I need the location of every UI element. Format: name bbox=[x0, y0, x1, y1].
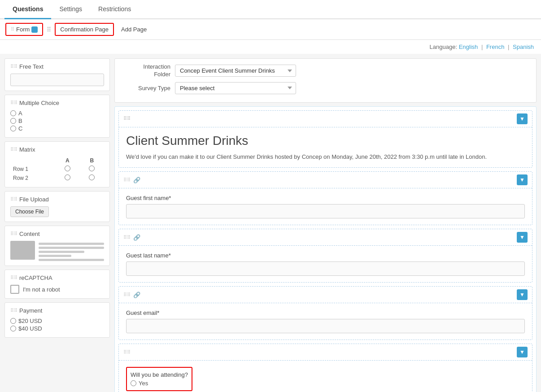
tab-confirmation[interactable]: Confirmation Page bbox=[55, 23, 114, 36]
attending-section: ⠿⠿ ▼ Will you be attending? Yes bbox=[118, 344, 532, 392]
content-line-4 bbox=[39, 255, 71, 257]
attending-yes-option: Yes bbox=[131, 380, 188, 387]
title-toggle-button[interactable]: ▼ bbox=[517, 113, 528, 124]
file-upload-title: ⠿⠿ File Upload bbox=[10, 196, 104, 203]
payment-radio-1[interactable] bbox=[10, 318, 16, 324]
recaptcha-box: I'm not a robot bbox=[10, 285, 104, 294]
mc-radio-c[interactable] bbox=[10, 126, 16, 131]
top-navigation: Questions Settings Restrictions bbox=[0, 0, 541, 19]
attending-question-label: Will you be attending? bbox=[131, 371, 188, 378]
content-line-1 bbox=[39, 243, 104, 245]
free-text-title: ⠿⠿ Free Text bbox=[10, 63, 104, 70]
language-bar: Language: English | French | Spanish bbox=[0, 40, 541, 54]
survey-type-row: Survey Type Please select bbox=[121, 82, 530, 94]
tab-separator: ⠿ bbox=[47, 26, 51, 33]
sidebar-recaptcha[interactable]: ⠿⠿ reCAPTCHA I'm not a robot bbox=[4, 270, 110, 299]
recaptcha-checkbox[interactable] bbox=[10, 285, 19, 294]
mc-option-c: C bbox=[10, 125, 104, 132]
attending-content: Will you be attending? Yes bbox=[119, 361, 532, 392]
email-link-icon: 🔗 bbox=[133, 292, 140, 298]
payment-title: ⠿⠿ Payment bbox=[10, 307, 104, 314]
first-name-section: ⠿⠿ 🔗 ▼ Guest first name* bbox=[118, 171, 532, 225]
mc-radio-a[interactable] bbox=[10, 110, 16, 116]
first-name-content: Guest first name* bbox=[119, 188, 532, 225]
tab-settings[interactable]: Settings bbox=[51, 0, 90, 19]
matrix-r1b[interactable] bbox=[89, 166, 95, 171]
free-text-input[interactable] bbox=[10, 74, 104, 86]
form-canvas: ⠿⠿ ▼ Client Summer Drinks We'd love if y… bbox=[114, 106, 537, 392]
tab-form[interactable]: ⠿ Form bbox=[5, 23, 43, 36]
drag-handle-icon: ⠿ bbox=[11, 26, 14, 32]
content-line-3 bbox=[39, 251, 84, 253]
form-description: We'd love if you can make it to our Clie… bbox=[126, 152, 525, 161]
multiple-choice-title: ⠿⠿ Multiple Choice bbox=[10, 100, 104, 106]
choose-file-button[interactable]: Choose File bbox=[10, 206, 49, 217]
last-name-toggle[interactable]: ▼ bbox=[517, 232, 528, 243]
sidebar-multiple-choice[interactable]: ⠿⠿ Multiple Choice A B C bbox=[4, 95, 110, 138]
last-name-input[interactable] bbox=[126, 261, 525, 276]
matrix-r2b[interactable] bbox=[89, 174, 95, 180]
folder-row: Interaction Folder Concep Event Client S… bbox=[121, 63, 530, 78]
email-input[interactable] bbox=[126, 319, 525, 333]
survey-type-select[interactable]: Please select bbox=[175, 82, 296, 94]
email-toggle[interactable]: ▼ bbox=[517, 289, 528, 300]
add-page-button[interactable]: Add Page bbox=[117, 24, 151, 35]
mc-option-a: A bbox=[10, 110, 104, 117]
sidebar-content[interactable]: ⠿⠿ Content bbox=[4, 226, 110, 266]
tab-questions[interactable]: Questions bbox=[4, 0, 51, 19]
sidebar-matrix[interactable]: ⠿⠿ Matrix A B Row 1 bbox=[4, 141, 110, 187]
title-section-block: ⠿⠿ ▼ Client Summer Drinks We'd love if y… bbox=[118, 110, 532, 168]
survey-type-label: Survey Type bbox=[121, 85, 170, 91]
first-name-toggle[interactable]: ▼ bbox=[517, 174, 528, 185]
last-name-header: ⠿⠿ 🔗 ▼ bbox=[119, 229, 532, 246]
email-header: ⠿⠿ 🔗 ▼ bbox=[119, 287, 532, 303]
last-name-section: ⠿⠿ 🔗 ▼ Guest last name* bbox=[118, 229, 532, 283]
last-name-link-icon: 🔗 bbox=[133, 234, 140, 241]
last-name-label: Guest last name* bbox=[126, 252, 525, 259]
sidebar-file-upload[interactable]: ⠿⠿ File Upload Choose File bbox=[4, 191, 110, 222]
first-name-input[interactable] bbox=[126, 204, 525, 218]
sidebar: ⠿⠿ Free Text ⠿⠿ Multiple Choice A B C bbox=[4, 58, 110, 392]
sidebar-payment[interactable]: ⠿⠿ Payment $20 USD $40 USD bbox=[4, 302, 110, 338]
form-title: Client Summer Drinks bbox=[126, 134, 525, 148]
matrix-title: ⠿⠿ Matrix bbox=[10, 146, 104, 153]
email-drag-icon: ⠿⠿ bbox=[123, 292, 131, 298]
sep1: | bbox=[481, 44, 483, 50]
form-dot-icon bbox=[31, 26, 38, 33]
content-title: ⠿⠿ Content bbox=[10, 231, 104, 237]
payment-option-2: $40 USD bbox=[10, 325, 104, 332]
attending-toggle[interactable]: ▼ bbox=[517, 347, 528, 357]
folder-select[interactable]: Concep Event Client Summer Drinks bbox=[175, 65, 296, 77]
title-section-content: Client Summer Drinks We'd love if you ca… bbox=[119, 127, 532, 168]
tab-restrictions[interactable]: Restrictions bbox=[90, 0, 139, 19]
tab-confirmation-label: Confirmation Page bbox=[60, 26, 109, 33]
content-image-placeholder bbox=[10, 241, 35, 260]
content-lines bbox=[39, 241, 104, 261]
matrix-r1a[interactable] bbox=[65, 166, 70, 171]
last-name-content: Guest last name* bbox=[119, 246, 532, 282]
first-name-drag-icon: ⠿⠿ bbox=[123, 177, 131, 183]
first-name-header: ⠿⠿ 🔗 ▼ bbox=[119, 172, 532, 188]
first-name-link-icon: 🔗 bbox=[133, 177, 140, 183]
attending-yes-radio[interactable] bbox=[131, 380, 136, 386]
matrix-table: A B Row 1 Row 2 bbox=[10, 157, 104, 183]
mc-option-b: B bbox=[10, 118, 104, 124]
language-french[interactable]: French bbox=[486, 44, 504, 50]
language-spanish[interactable]: Spanish bbox=[513, 44, 534, 50]
language-english[interactable]: English bbox=[459, 44, 478, 50]
last-name-drag-icon: ⠿⠿ bbox=[123, 235, 131, 240]
main-layout: ⠿⠿ Free Text ⠿⠿ Multiple Choice A B C bbox=[0, 54, 541, 392]
page-tabs-bar: ⠿ Form ⠿ Confirmation Page Add Page bbox=[0, 19, 541, 40]
recaptcha-label: I'm not a robot bbox=[23, 286, 60, 293]
drag-icon-payment: ⠿⠿ bbox=[10, 308, 17, 314]
payment-radio-2[interactable] bbox=[10, 326, 16, 331]
title-section-header: ⠿⠿ ▼ bbox=[119, 111, 532, 127]
mc-radio-b[interactable] bbox=[10, 118, 16, 124]
drag-icon-content: ⠿⠿ bbox=[10, 231, 17, 237]
content-area: Interaction Folder Concep Event Client S… bbox=[114, 58, 537, 392]
attending-question-box: Will you be attending? Yes bbox=[126, 367, 192, 391]
sidebar-free-text[interactable]: ⠿⠿ Free Text bbox=[4, 58, 110, 91]
attending-yes-label: Yes bbox=[139, 380, 148, 387]
matrix-r2a[interactable] bbox=[65, 174, 70, 180]
attending-drag-icon: ⠿⠿ bbox=[123, 349, 131, 355]
